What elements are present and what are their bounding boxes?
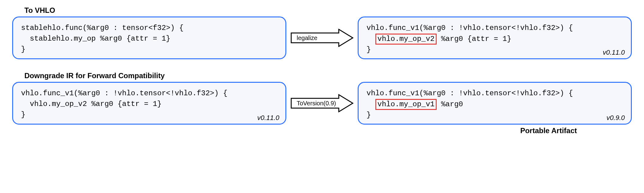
code-line: stablehlo.my_op %arg0 {attr = 1} [21,35,170,43]
version-tag: v0.11.0 [257,114,279,122]
code-rest: %arg0 [437,100,463,108]
codebox-left: vhlo.func_v1(%arg0 : !vhlo.tensor<!vhlo.… [12,82,286,125]
section-title: To VHLO [24,6,632,15]
code-line: vhlo.func_v1(%arg0 : !vhlo.tensor<!vhlo.… [21,89,227,97]
code-rest: %arg0 {attr = 1} [437,35,511,43]
highlight-op: vhlo.my_op_v1 [375,99,437,110]
code-line: stablehlo.func(%arg0 : tensor<f32>) { [21,24,184,32]
arrow-legalize: legalize [290,29,354,47]
codebox-right: vhlo.func_v1(%arg0 : !vhlo.tensor<!vhlo.… [358,82,632,125]
section-to-vhlo: To VHLO stablehlo.func(%arg0 : tensor<f3… [12,6,632,59]
code-line: } [21,45,25,53]
code-line: } [367,111,371,119]
code-line: vhlo.my_op_v2 %arg0 {attr = 1} [21,100,162,108]
version-tag: v0.11.0 [603,49,625,56]
code-block: vhlo.func_v1(%arg0 : !vhlo.tensor<!vhlo.… [21,88,277,120]
codebox-right: vhlo.func_v1(%arg0 : !vhlo.tensor<!vhlo.… [358,16,632,59]
code-line: vhlo.func_v1(%arg0 : !vhlo.tensor<!vhlo.… [367,89,573,97]
code-block: stablehlo.func(%arg0 : tensor<f32>) { st… [21,23,277,55]
code-block: vhlo.func_v1(%arg0 : !vhlo.tensor<!vhlo.… [367,88,623,121]
version-tag: v0.9.0 [606,114,625,122]
code-indent [367,35,375,43]
row: stablehlo.func(%arg0 : tensor<f32>) { st… [12,16,632,59]
footer-label: Portable Artifact [12,126,632,135]
code-line: vhlo.func_v1(%arg0 : !vhlo.tensor<!vhlo.… [367,24,573,32]
arrow-toversion: ToVersion(0.9) [290,94,354,112]
arrow-label: legalize [290,29,354,47]
highlight-op: vhlo.my_op_v2 [375,34,437,45]
code-line: } [21,111,25,119]
section-downgrade: Downgrade IR for Forward Compatibility v… [12,71,632,135]
code-line: } [367,46,371,54]
section-title: Downgrade IR for Forward Compatibility [24,71,632,80]
code-indent [367,100,375,108]
arrow-label: ToVersion(0.9) [290,94,354,112]
codebox-left: stablehlo.func(%arg0 : tensor<f32>) { st… [12,16,286,59]
code-block: vhlo.func_v1(%arg0 : !vhlo.tensor<!vhlo.… [367,23,623,55]
row: vhlo.func_v1(%arg0 : !vhlo.tensor<!vhlo.… [12,82,632,125]
